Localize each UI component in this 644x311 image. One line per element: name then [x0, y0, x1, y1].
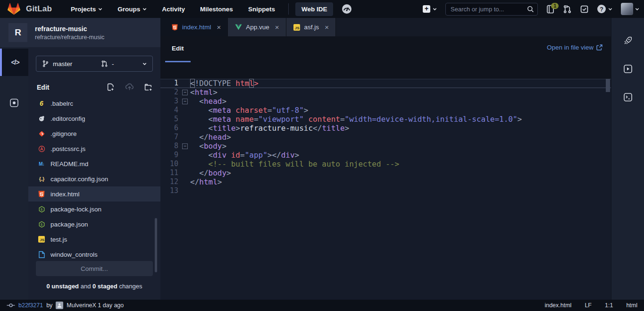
svg-text:?: ?	[600, 6, 603, 13]
review-icon	[9, 98, 19, 108]
terminal-button[interactable]	[611, 83, 644, 111]
file-row-window-controls[interactable]: window_controls	[28, 247, 160, 262]
file-explorer-panel: master - Edit	[28, 47, 160, 300]
external-link-icon	[596, 44, 602, 50]
file-row-package-json[interactable]: package.json	[28, 217, 160, 232]
commit-area: Commit... 0 unstaged and 0 staged change…	[28, 261, 160, 300]
status-language[interactable]: html	[626, 302, 637, 309]
merge-request-icon	[101, 60, 108, 67]
search-input[interactable]	[445, 3, 538, 16]
upload-file-button[interactable]	[125, 83, 134, 91]
commit-author-and-time: MulverineX 1 day ago	[67, 302, 124, 309]
code-line-3[interactable]: 3 <head>	[160, 97, 611, 106]
performance-gauge-icon[interactable]	[342, 4, 352, 14]
user-menu-button[interactable]	[621, 3, 639, 15]
rail-review-mode[interactable]	[0, 89, 28, 117]
editor-mode-bar: Edit Open in file view	[160, 36, 611, 79]
merge-request-placeholder: -	[112, 60, 114, 67]
code-line-13[interactable]: 13	[160, 186, 611, 195]
file-row-test-js[interactable]: JS test.js	[28, 232, 160, 247]
close-tab-icon[interactable]: ×	[217, 23, 221, 31]
new-file-button[interactable]	[107, 83, 115, 91]
chevron-down-icon	[98, 7, 102, 11]
live-preview-button[interactable]	[611, 55, 644, 83]
file-row-index-html[interactable]: index.html	[28, 186, 160, 202]
latest-commit-sha[interactable]: b22f3271	[18, 302, 43, 309]
issues-count-badge: 1	[551, 3, 559, 9]
status-cursor-position[interactable]: 1:1	[605, 302, 613, 309]
code-line-7[interactable]: 7 </head>	[160, 133, 611, 142]
code-line-9[interactable]: 9 <div id="app"></div>	[160, 151, 611, 160]
edit-mode-tab[interactable]: Edit	[165, 45, 191, 62]
markdown-icon: M↓	[38, 160, 45, 168]
open-in-file-view-link[interactable]: Open in file view	[547, 44, 602, 51]
rail-edit-mode[interactable]: </>	[0, 49, 28, 76]
right-tool-rail	[611, 18, 644, 300]
project-path: refracture/refracture-music	[35, 34, 104, 41]
tab-app-vue[interactable]: App.vue ×	[228, 18, 286, 36]
chevron-down-icon	[433, 7, 437, 11]
javascript-icon: JS	[293, 24, 301, 31]
commit-button[interactable]: Commit...	[36, 261, 153, 276]
new-menu-button[interactable]: +	[423, 5, 437, 13]
code-line-11[interactable]: 11 </body>	[160, 168, 611, 177]
tab-index-html[interactable]: index.html ×	[160, 18, 228, 36]
file-row-editorconfig[interactable]: .editorconfig	[28, 111, 160, 126]
nav-groups[interactable]: Groups	[111, 6, 153, 13]
branch-selector[interactable]: master -	[36, 56, 153, 72]
code-line-6[interactable]: 6 <title>refracture-music</title>	[160, 124, 611, 133]
help-button[interactable]: ?	[597, 4, 612, 14]
question-mark-icon: ?	[597, 4, 606, 14]
gitlab-web-ide: GitLab Projects Groups Activity Mileston…	[0, 0, 644, 311]
file-row-postcssrc[interactable]: .postcssrc.js	[28, 141, 160, 156]
code-line-2[interactable]: 2<html>	[160, 88, 611, 97]
nav-snippets[interactable]: Snippets	[242, 6, 282, 13]
close-tab-icon[interactable]: ×	[325, 23, 329, 31]
editor-scrollbar[interactable]	[606, 79, 610, 92]
vue-icon	[234, 24, 242, 31]
code-icon: </>	[11, 59, 19, 66]
web-ide-button[interactable]: Web IDE	[295, 2, 334, 16]
code-line-1[interactable]: 1<!DOCTYPE html>	[160, 79, 611, 88]
chevron-down-icon	[142, 62, 147, 66]
status-eol[interactable]: LF	[585, 302, 592, 309]
file-row-gitignore[interactable]: .gitignore	[28, 126, 160, 141]
code-line-12[interactable]: 12</html>	[160, 177, 611, 186]
file-row-package-lock[interactable]: package-lock.json	[28, 202, 160, 217]
node-icon	[38, 205, 45, 213]
json-braces-icon: {..}	[38, 175, 45, 183]
nav-projects[interactable]: Projects	[64, 6, 109, 13]
terminal-icon	[623, 92, 633, 102]
nav-activity[interactable]: Activity	[155, 6, 192, 13]
file-row-readme[interactable]: M↓ README.md	[28, 156, 160, 171]
editorconfig-icon	[38, 115, 45, 122]
tab-asf-js[interactable]: JS asf.js ×	[286, 18, 336, 36]
merge-requests-button[interactable]	[563, 5, 572, 14]
search-box	[445, 3, 538, 16]
pipelines-button[interactable]	[611, 26, 644, 55]
issues-button[interactable]: 1	[546, 5, 554, 14]
code-line-4[interactable]: 4 <meta charset="utf-8">	[160, 106, 611, 115]
nav-milestones[interactable]: Milestones	[193, 6, 240, 13]
editor-tab-strip: index.html × App.vue × JS asf.js ×	[160, 18, 611, 36]
code-line-5[interactable]: 5 <meta name="viewport" content="width=d…	[160, 115, 611, 124]
code-editor[interactable]: 1<!DOCTYPE html>2<html>3 <head>4 <meta c…	[160, 79, 611, 300]
html5-icon	[38, 190, 45, 198]
branch-name: master	[53, 60, 72, 67]
file-row-capacitor-config[interactable]: {..} capacitor.config.json	[28, 171, 160, 186]
user-avatar	[621, 3, 633, 15]
explorer-section-title: Edit	[37, 84, 96, 91]
file-row-babelrc[interactable]: 6 .babelrc	[28, 96, 160, 111]
search-icon[interactable]	[527, 6, 534, 13]
todos-button[interactable]	[580, 5, 588, 13]
code-lines: 1<!DOCTYPE html>2<html>3 <head>4 <meta c…	[160, 79, 611, 195]
gitlab-logo-icon[interactable]	[8, 3, 20, 15]
top-navbar: GitLab Projects Groups Activity Mileston…	[0, 0, 644, 18]
code-line-8[interactable]: 8 <body>	[160, 142, 611, 151]
file-icon	[38, 251, 45, 258]
close-tab-icon[interactable]: ×	[275, 23, 279, 31]
status-file-name[interactable]: index.html	[544, 302, 571, 309]
new-folder-button[interactable]	[144, 84, 153, 91]
code-line-10[interactable]: 10 <!-- built files will be auto injecte…	[160, 160, 611, 168]
brand-wordmark[interactable]: GitLab	[26, 4, 52, 14]
